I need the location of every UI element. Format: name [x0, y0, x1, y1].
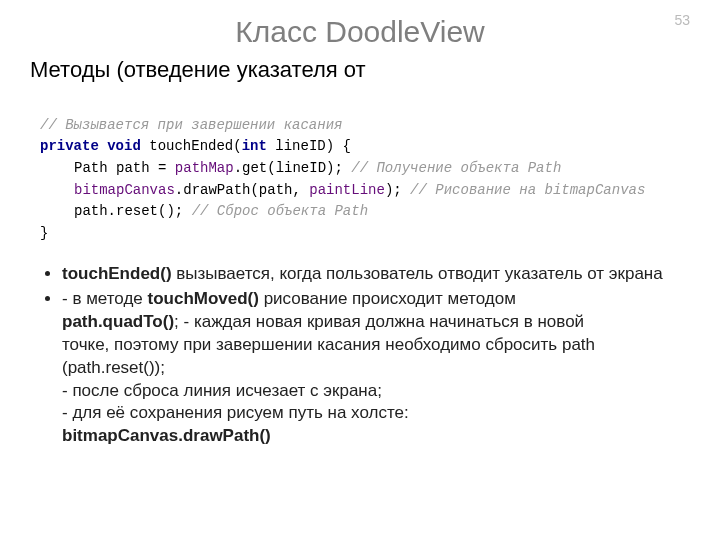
code-text: lineID) {: [267, 138, 351, 154]
text: - в методе: [62, 289, 148, 308]
code-field: bitmapCanvas: [74, 182, 175, 198]
subtitle: Методы (отведение указателя от: [30, 57, 690, 83]
code-text: .get(lineID);: [234, 160, 352, 176]
code-block: // Вызывается при завершении касания pri…: [30, 93, 690, 245]
code-comment: // Рисование на bitmapCanvas: [410, 182, 645, 198]
keyword: private: [40, 138, 99, 154]
text: (path.reset());: [62, 357, 690, 380]
bold-term: bitmapCanvas.drawPath(): [62, 425, 690, 448]
bold-term: touchMoved(): [148, 289, 259, 308]
code-text: );: [385, 182, 410, 198]
code-text: Path path =: [74, 160, 175, 176]
code-field: paintLine: [309, 182, 385, 198]
bold-term: touchEnded(): [62, 264, 172, 283]
code-text: (: [233, 138, 241, 154]
keyword: void: [107, 138, 141, 154]
text: ; - каждая новая кривая должна начинатьс…: [174, 312, 584, 331]
code-comment: // Получение объекта Path: [351, 160, 561, 176]
bold-term: path.quadTo(): [62, 312, 174, 331]
page-number: 53: [674, 12, 690, 28]
keyword: int: [242, 138, 267, 154]
page-title: Класс DoodleView: [30, 15, 690, 49]
text: рисование происходит методом: [259, 289, 516, 308]
code-text: }: [40, 225, 48, 241]
method-name: touchEnded: [149, 138, 233, 154]
code-comment: // Сброс объекта Path: [192, 203, 368, 219]
code-text: .drawPath(path,: [175, 182, 309, 198]
text: вызывается, когда пользователь отводит у…: [172, 264, 663, 283]
code-field: pathMap: [175, 160, 234, 176]
text: - для её сохранения рисуем путь на холст…: [62, 402, 690, 425]
notes-list: touchEnded() вызывается, когда пользоват…: [30, 263, 690, 449]
text: - после сброса линия исчезает с экрана;: [62, 380, 690, 403]
list-item: touchEnded() вызывается, когда пользоват…: [62, 263, 690, 286]
text: точке, поэтому при завершении касания не…: [62, 334, 690, 357]
code-text: path.reset();: [74, 203, 192, 219]
code-comment: // Вызывается при завершении касания: [40, 117, 342, 133]
list-item: - в методе touchMoved() рисование происх…: [62, 288, 690, 449]
